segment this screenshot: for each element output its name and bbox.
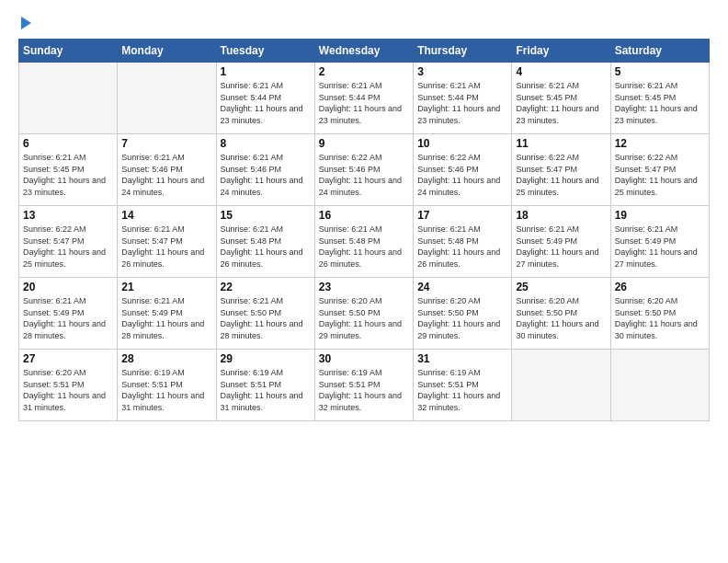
day-number: 21 <box>121 281 211 293</box>
calendar-cell: 20Sunrise: 6:21 AM Sunset: 5:49 PM Dayli… <box>19 278 118 350</box>
day-info: Sunrise: 6:19 AM Sunset: 5:51 PM Dayligh… <box>319 367 409 413</box>
day-info: Sunrise: 6:21 AM Sunset: 5:44 PM Dayligh… <box>319 80 409 126</box>
day-info: Sunrise: 6:21 AM Sunset: 5:45 PM Dayligh… <box>615 80 705 126</box>
day-number: 22 <box>221 281 311 293</box>
calendar-cell: 8Sunrise: 6:21 AM Sunset: 5:46 PM Daylig… <box>216 134 314 206</box>
day-number: 1 <box>221 65 311 78</box>
calendar-cell <box>118 63 216 134</box>
calendar-cell: 9Sunrise: 6:22 AM Sunset: 5:46 PM Daylig… <box>314 134 413 206</box>
page: SundayMondayTuesdayWednesdayThursdayFrid… <box>0 0 728 563</box>
week-row-3: 13Sunrise: 6:22 AM Sunset: 5:47 PM Dayli… <box>19 206 710 278</box>
calendar-cell: 6Sunrise: 6:21 AM Sunset: 5:45 PM Daylig… <box>19 134 118 206</box>
calendar-cell: 25Sunrise: 6:20 AM Sunset: 5:50 PM Dayli… <box>512 278 610 350</box>
day-number: 25 <box>516 281 606 293</box>
day-info: Sunrise: 6:21 AM Sunset: 5:44 PM Dayligh… <box>417 80 507 126</box>
day-number: 28 <box>121 352 211 365</box>
calendar-cell: 31Sunrise: 6:19 AM Sunset: 5:51 PM Dayli… <box>414 350 512 421</box>
day-number: 2 <box>319 65 409 78</box>
day-info: Sunrise: 6:21 AM Sunset: 5:49 PM Dayligh… <box>121 295 211 341</box>
calendar-cell: 12Sunrise: 6:22 AM Sunset: 5:47 PM Dayli… <box>610 134 709 206</box>
day-number: 12 <box>615 137 705 150</box>
day-number: 14 <box>121 209 211 222</box>
day-info: Sunrise: 6:21 AM Sunset: 5:49 PM Dayligh… <box>615 224 705 270</box>
calendar-cell: 29Sunrise: 6:19 AM Sunset: 5:51 PM Dayli… <box>216 350 314 421</box>
day-info: Sunrise: 6:20 AM Sunset: 5:50 PM Dayligh… <box>319 295 409 341</box>
calendar-header-tuesday: Tuesday <box>216 40 314 63</box>
day-info: Sunrise: 6:22 AM Sunset: 5:47 PM Dayligh… <box>615 152 705 198</box>
calendar-cell <box>610 350 709 421</box>
logo <box>18 17 31 29</box>
calendar-cell: 10Sunrise: 6:22 AM Sunset: 5:46 PM Dayli… <box>414 134 512 206</box>
day-number: 9 <box>319 137 409 150</box>
day-number: 6 <box>23 137 113 150</box>
day-number: 20 <box>23 281 113 293</box>
day-number: 3 <box>417 65 507 78</box>
day-number: 10 <box>417 137 507 150</box>
day-number: 8 <box>221 137 311 150</box>
day-info: Sunrise: 6:22 AM Sunset: 5:47 PM Dayligh… <box>23 224 113 270</box>
day-info: Sunrise: 6:21 AM Sunset: 5:45 PM Dayligh… <box>516 80 606 126</box>
day-number: 27 <box>23 352 113 365</box>
calendar-cell <box>512 350 610 421</box>
week-row-5: 27Sunrise: 6:20 AM Sunset: 5:51 PM Dayli… <box>19 350 710 421</box>
day-number: 30 <box>319 352 409 365</box>
calendar-cell: 21Sunrise: 6:21 AM Sunset: 5:49 PM Dayli… <box>118 278 216 350</box>
day-number: 31 <box>417 352 507 365</box>
day-info: Sunrise: 6:20 AM Sunset: 5:50 PM Dayligh… <box>417 295 507 341</box>
day-info: Sunrise: 6:21 AM Sunset: 5:48 PM Dayligh… <box>319 224 409 270</box>
day-info: Sunrise: 6:19 AM Sunset: 5:51 PM Dayligh… <box>121 367 211 413</box>
day-number: 26 <box>615 281 705 293</box>
day-info: Sunrise: 6:21 AM Sunset: 5:45 PM Dayligh… <box>23 152 113 198</box>
week-row-2: 6Sunrise: 6:21 AM Sunset: 5:45 PM Daylig… <box>19 134 710 206</box>
week-row-4: 20Sunrise: 6:21 AM Sunset: 5:49 PM Dayli… <box>19 278 710 350</box>
day-number: 18 <box>516 209 606 222</box>
day-info: Sunrise: 6:20 AM Sunset: 5:51 PM Dayligh… <box>23 367 113 413</box>
day-number: 7 <box>121 137 211 150</box>
calendar-cell <box>19 63 118 134</box>
day-info: Sunrise: 6:21 AM Sunset: 5:44 PM Dayligh… <box>221 80 311 126</box>
day-info: Sunrise: 6:19 AM Sunset: 5:51 PM Dayligh… <box>417 367 507 413</box>
calendar-cell: 5Sunrise: 6:21 AM Sunset: 5:45 PM Daylig… <box>610 63 709 134</box>
day-info: Sunrise: 6:21 AM Sunset: 5:50 PM Dayligh… <box>221 295 311 341</box>
calendar-cell: 26Sunrise: 6:20 AM Sunset: 5:50 PM Dayli… <box>610 278 709 350</box>
calendar-body: 1Sunrise: 6:21 AM Sunset: 5:44 PM Daylig… <box>19 63 710 421</box>
day-number: 17 <box>417 209 507 222</box>
calendar-cell: 28Sunrise: 6:19 AM Sunset: 5:51 PM Dayli… <box>118 350 216 421</box>
calendar-cell: 17Sunrise: 6:21 AM Sunset: 5:48 PM Dayli… <box>414 206 512 278</box>
day-info: Sunrise: 6:21 AM Sunset: 5:49 PM Dayligh… <box>23 295 113 341</box>
day-info: Sunrise: 6:22 AM Sunset: 5:46 PM Dayligh… <box>319 152 409 198</box>
day-number: 24 <box>417 281 507 293</box>
day-number: 11 <box>516 137 606 150</box>
day-number: 13 <box>23 209 113 222</box>
calendar-header-monday: Monday <box>118 40 216 63</box>
calendar-cell: 1Sunrise: 6:21 AM Sunset: 5:44 PM Daylig… <box>216 63 314 134</box>
calendar-cell: 2Sunrise: 6:21 AM Sunset: 5:44 PM Daylig… <box>314 63 413 134</box>
calendar-header-thursday: Thursday <box>414 40 512 63</box>
day-info: Sunrise: 6:20 AM Sunset: 5:50 PM Dayligh… <box>615 295 705 341</box>
day-info: Sunrise: 6:20 AM Sunset: 5:50 PM Dayligh… <box>516 295 606 341</box>
day-info: Sunrise: 6:21 AM Sunset: 5:49 PM Dayligh… <box>516 224 606 270</box>
calendar-cell: 22Sunrise: 6:21 AM Sunset: 5:50 PM Dayli… <box>216 278 314 350</box>
logo-arrow-icon <box>21 17 31 29</box>
calendar-header-friday: Friday <box>512 40 610 63</box>
day-number: 16 <box>319 209 409 222</box>
header <box>18 17 710 29</box>
calendar-cell: 16Sunrise: 6:21 AM Sunset: 5:48 PM Dayli… <box>314 206 413 278</box>
day-info: Sunrise: 6:21 AM Sunset: 5:46 PM Dayligh… <box>221 152 311 198</box>
day-info: Sunrise: 6:19 AM Sunset: 5:51 PM Dayligh… <box>221 367 311 413</box>
calendar-cell: 3Sunrise: 6:21 AM Sunset: 5:44 PM Daylig… <box>414 63 512 134</box>
calendar-header-saturday: Saturday <box>610 40 709 63</box>
calendar-cell: 19Sunrise: 6:21 AM Sunset: 5:49 PM Dayli… <box>610 206 709 278</box>
calendar-cell: 18Sunrise: 6:21 AM Sunset: 5:49 PM Dayli… <box>512 206 610 278</box>
calendar-cell: 11Sunrise: 6:22 AM Sunset: 5:47 PM Dayli… <box>512 134 610 206</box>
day-info: Sunrise: 6:21 AM Sunset: 5:48 PM Dayligh… <box>417 224 507 270</box>
calendar-cell: 15Sunrise: 6:21 AM Sunset: 5:48 PM Dayli… <box>216 206 314 278</box>
week-row-1: 1Sunrise: 6:21 AM Sunset: 5:44 PM Daylig… <box>19 63 710 134</box>
calendar-cell: 14Sunrise: 6:21 AM Sunset: 5:47 PM Dayli… <box>118 206 216 278</box>
day-info: Sunrise: 6:22 AM Sunset: 5:46 PM Dayligh… <box>417 152 507 198</box>
calendar-cell: 13Sunrise: 6:22 AM Sunset: 5:47 PM Dayli… <box>19 206 118 278</box>
day-info: Sunrise: 6:21 AM Sunset: 5:48 PM Dayligh… <box>221 224 311 270</box>
calendar: SundayMondayTuesdayWednesdayThursdayFrid… <box>18 39 710 421</box>
day-info: Sunrise: 6:21 AM Sunset: 5:47 PM Dayligh… <box>121 224 211 270</box>
calendar-cell: 4Sunrise: 6:21 AM Sunset: 5:45 PM Daylig… <box>512 63 610 134</box>
